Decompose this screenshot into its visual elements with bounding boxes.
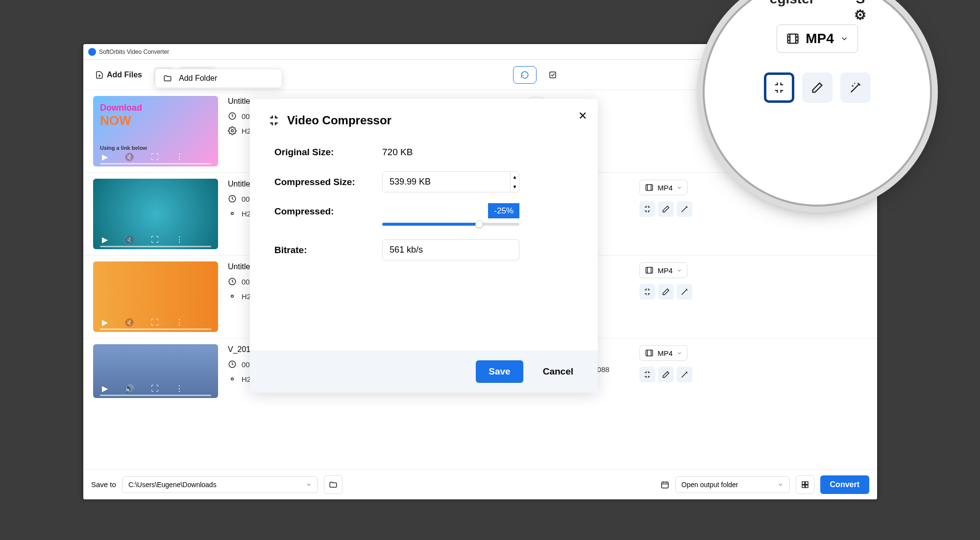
refresh-button[interactable] bbox=[513, 66, 537, 84]
grid-view-button[interactable] bbox=[796, 475, 814, 494]
comp-size-input[interactable]: ▲▼ bbox=[382, 171, 519, 192]
compress-icon[interactable] bbox=[639, 201, 655, 217]
save-to-label: Save to bbox=[91, 480, 116, 489]
svg-rect-19 bbox=[802, 485, 805, 487]
save-path: C:\Users\Eugene\Downloads bbox=[128, 481, 217, 489]
mag-fmt-label: MP4 bbox=[806, 31, 834, 47]
bitrate-input[interactable] bbox=[382, 239, 519, 260]
play-icon[interactable]: ▶ bbox=[102, 318, 108, 327]
comp-size-label: Compressed Size: bbox=[274, 177, 382, 188]
mag-enhance-icon[interactable] bbox=[840, 72, 871, 103]
svg-rect-15 bbox=[646, 350, 653, 356]
calendar-icon[interactable] bbox=[661, 480, 669, 489]
row-format-selector[interactable]: MP4 bbox=[639, 262, 687, 278]
add-folder-menu[interactable]: Add Folder bbox=[155, 69, 282, 88]
open-output-folder[interactable]: Open output folder bbox=[675, 476, 790, 493]
bitrate-label: Bitrate: bbox=[274, 245, 382, 256]
svg-rect-6 bbox=[646, 185, 653, 190]
orig-size-label: Original Size: bbox=[274, 147, 382, 158]
mag-format-selector[interactable]: MP4 bbox=[777, 24, 858, 53]
row-format-selector[interactable]: MP4 bbox=[639, 345, 687, 361]
spin-down[interactable]: ▼ bbox=[511, 182, 519, 192]
src-filename: Untitle bbox=[228, 180, 250, 188]
mag-edit-icon[interactable] bbox=[802, 72, 833, 103]
svg-point-8 bbox=[231, 295, 234, 298]
compressed-percent: -25% bbox=[488, 203, 519, 218]
row-format-selector[interactable]: MP4 bbox=[639, 180, 687, 195]
enhance-icon[interactable] bbox=[677, 201, 692, 217]
src-filename: Untitle bbox=[228, 97, 250, 106]
orig-size-value: 720 KB bbox=[382, 147, 413, 158]
edit-icon[interactable] bbox=[658, 201, 674, 217]
browse-folder-button[interactable] bbox=[324, 475, 343, 494]
gear-icon: ⚙ bbox=[854, 7, 866, 23]
fmt-label: MP4 bbox=[658, 184, 673, 192]
svg-rect-9 bbox=[646, 267, 653, 273]
convert-button[interactable]: Convert bbox=[820, 475, 869, 494]
play-icon[interactable]: ▶ bbox=[102, 152, 108, 162]
select-all-button[interactable] bbox=[542, 67, 563, 83]
dialog-close-button[interactable]: ✕ bbox=[578, 110, 587, 122]
thumbnail[interactable]: ▶🔇⛶⋮ bbox=[93, 261, 218, 332]
play-icon[interactable]: ▶ bbox=[102, 384, 108, 393]
comp-size-field[interactable] bbox=[383, 172, 510, 192]
save-path-selector[interactable]: C:\Users\Eugene\Downloads bbox=[122, 476, 318, 493]
svg-rect-0 bbox=[788, 34, 798, 44]
add-files-button[interactable]: Add Files bbox=[89, 67, 148, 83]
video-compressor-dialog: Video Compressor ✕ Original Size: 720 KB… bbox=[250, 99, 598, 393]
fmt-label: MP4 bbox=[658, 349, 673, 357]
svg-rect-20 bbox=[805, 485, 808, 487]
enhance-icon[interactable] bbox=[677, 367, 692, 382]
compress-icon[interactable] bbox=[639, 367, 655, 382]
mag-settings-text: S bbox=[856, 0, 865, 6]
add-folder-label: Add Folder bbox=[179, 74, 217, 83]
svg-point-3 bbox=[231, 130, 234, 132]
svg-rect-1 bbox=[550, 72, 556, 78]
dialog-title: Video Compressor bbox=[287, 114, 392, 127]
add-files-label: Add Files bbox=[107, 70, 142, 79]
edit-icon[interactable] bbox=[658, 367, 674, 382]
compressed-label: Compressed: bbox=[274, 206, 382, 217]
spin-up[interactable]: ▲ bbox=[511, 172, 519, 182]
src-filename: Untitle bbox=[228, 262, 250, 271]
app-icon bbox=[88, 48, 96, 56]
play-icon[interactable]: ▶ bbox=[102, 235, 108, 244]
open-folder-label: Open output folder bbox=[682, 481, 738, 489]
thumbnail[interactable]: ▶🔊⛶⋮ bbox=[93, 344, 218, 398]
thumbnail[interactable]: ▶🔇⛶⋮ bbox=[93, 179, 218, 249]
svg-rect-17 bbox=[802, 482, 805, 484]
svg-point-5 bbox=[231, 212, 234, 215]
mag-register-text: egister bbox=[770, 0, 815, 6]
svg-rect-16 bbox=[662, 482, 668, 488]
compress-icon[interactable] bbox=[639, 284, 655, 300]
edit-icon[interactable] bbox=[658, 284, 674, 300]
enhance-icon[interactable] bbox=[677, 284, 692, 300]
mag-compress-icon[interactable] bbox=[764, 72, 794, 103]
svg-point-12 bbox=[231, 378, 234, 380]
svg-rect-18 bbox=[805, 482, 808, 484]
thumbnail[interactable]: DownloadNOW Using a link below ▶🔇⛶⋮ bbox=[93, 96, 218, 166]
cancel-button[interactable]: Cancel bbox=[543, 366, 573, 377]
compress-slider[interactable] bbox=[382, 223, 519, 226]
bottom-bar: Save to C:\Users\Eugene\Downloads Open o… bbox=[83, 469, 877, 499]
fmt-label: MP4 bbox=[658, 266, 673, 275]
save-button[interactable]: Save bbox=[476, 360, 523, 383]
